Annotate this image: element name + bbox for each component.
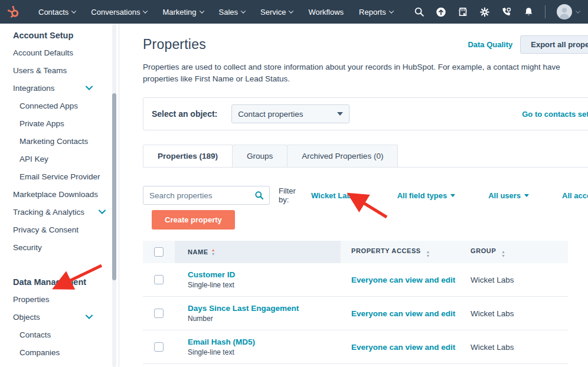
sort-icon: ▲▼	[211, 248, 215, 256]
column-header-group[interactable]: GROUP ▲▼	[463, 246, 568, 258]
property-access-link[interactable]: Everyone can view and edit	[351, 276, 455, 284]
object-selector-label: Select an object:	[152, 109, 217, 119]
row-checkbox[interactable]	[154, 275, 164, 284]
search-properties-input[interactable]	[143, 186, 270, 205]
property-access-link[interactable]: Everyone can view and edit	[351, 343, 455, 352]
column-header-property-access[interactable]: PROPERTY ACCESS ▲▼	[341, 246, 463, 258]
calling-icon[interactable]	[501, 6, 512, 17]
filter-group-dropdown[interactable]: Wicket Labs	[303, 191, 373, 200]
sidebar-item-marketplace-downloads[interactable]: Marketplace Downloads	[0, 185, 119, 203]
sidebar-item-privacy-consent[interactable]: Privacy & Consent	[0, 221, 119, 238]
upgrade-icon[interactable]	[436, 6, 446, 17]
property-name-link[interactable]: Email Hash (MD5)	[188, 337, 341, 346]
chevron-down-icon	[86, 86, 93, 90]
top-navigation: Contacts Conversations Marketing Sales S…	[0, 0, 588, 24]
search-icon	[254, 191, 264, 202]
caret-down-icon	[360, 194, 364, 197]
sidebar-heading-account-setup: Account Setup	[0, 26, 119, 44]
chevron-down-icon	[143, 8, 148, 13]
sidebar-item-objects[interactable]: Objects	[0, 308, 119, 326]
property-name-link[interactable]: Days Since Last Engagement	[188, 304, 341, 313]
create-property-button[interactable]: Create property	[152, 210, 235, 230]
table-row: Email Hash (MD5) Single-line text Everyo…	[143, 330, 568, 364]
nav-item-contacts[interactable]: Contacts	[31, 0, 83, 24]
sidebar-item-users-teams[interactable]: Users & Teams	[0, 61, 119, 79]
property-type: Single-line text	[188, 348, 341, 356]
sidebar-item-deals[interactable]: Deals	[0, 361, 119, 367]
tab-groups[interactable]: Groups	[232, 145, 288, 167]
sidebar-item-marketing-contacts[interactable]: Marketing Contacts	[0, 132, 119, 150]
property-group: Wicket Labs	[463, 343, 568, 352]
select-all-checkbox[interactable]	[154, 247, 164, 257]
properties-main: Properties Data Quality Export all prope…	[119, 24, 588, 367]
tab-properties[interactable]: Properties (189)	[143, 145, 233, 167]
marketplace-icon[interactable]	[458, 6, 468, 17]
nav-divider	[545, 5, 545, 18]
sidebar-item-tracking-analytics[interactable]: Tracking & Analytics	[0, 203, 119, 221]
caret-down-icon	[337, 112, 343, 116]
chevron-down-icon	[576, 8, 580, 13]
primary-nav: Contacts Conversations Marketing Sales S…	[31, 0, 401, 24]
nav-utilities	[414, 4, 580, 19]
row-checkbox[interactable]	[154, 342, 164, 352]
nav-item-conversations[interactable]: Conversations	[83, 0, 155, 24]
page-description: Properties are used to collect and store…	[143, 61, 572, 84]
chevron-down-icon	[241, 8, 246, 13]
page-title: Properties	[143, 37, 206, 53]
nav-item-reports[interactable]: Reports	[351, 0, 401, 24]
sidebar-item-properties[interactable]: Properties	[0, 290, 119, 308]
properties-table: NAME ▲▼ PROPERTY ACCESS ▲▼ GROUP ▲▼ Cust…	[143, 241, 568, 367]
property-type: Number	[188, 314, 341, 323]
table-row: Email Hash (SHA2) Single-line text Every…	[143, 364, 568, 367]
property-name-link[interactable]: Customer ID	[188, 270, 341, 279]
table-row: Days Since Last Engagement Number Everyo…	[143, 297, 568, 330]
settings-icon[interactable]	[479, 6, 490, 17]
sidebar-item-api-key[interactable]: API Key	[0, 150, 119, 168]
row-checkbox[interactable]	[154, 309, 164, 318]
object-selector-panel: Select an object: Contact properties Go …	[143, 97, 588, 130]
sidebar-item-private-apps[interactable]: Private Apps	[0, 114, 119, 132]
table-header-row: NAME ▲▼ PROPERTY ACCESS ▲▼ GROUP ▲▼	[143, 241, 568, 263]
sidebar-item-companies[interactable]: Companies	[0, 343, 119, 361]
sidebar-item-connected-apps[interactable]: Connected Apps	[0, 97, 119, 114]
chevron-down-icon	[289, 8, 293, 13]
account-menu[interactable]	[557, 4, 580, 19]
filter-users-dropdown[interactable]: All users	[480, 191, 537, 200]
settings-sidebar: Account Setup Account Defaults Users & T…	[0, 24, 119, 367]
object-select-dropdown[interactable]: Contact properties	[231, 104, 349, 123]
filter-by-label: Filter by:	[279, 186, 296, 204]
go-to-contacts-settings-link[interactable]: Go to contacts settings	[522, 110, 588, 119]
hubspot-logo[interactable]	[6, 4, 21, 19]
search-icon[interactable]	[414, 6, 424, 17]
nav-item-sales[interactable]: Sales	[211, 0, 253, 24]
chevron-down-icon	[388, 8, 393, 13]
notifications-icon[interactable]	[523, 6, 534, 17]
avatar	[557, 4, 572, 19]
nav-item-marketing[interactable]: Marketing	[155, 0, 211, 24]
properties-tabs: Properties (189) Groups Archived Propert…	[143, 145, 588, 168]
filter-access-dropdown[interactable]: All access	[554, 191, 588, 200]
export-all-properties-button[interactable]: Export all properties	[520, 35, 588, 54]
property-type: Single-line text	[188, 281, 341, 289]
sort-icon: ▲▼	[426, 250, 430, 258]
property-group: Wicket Labs	[463, 309, 568, 318]
data-quality-link[interactable]: Data Quality	[468, 40, 512, 49]
chevron-down-icon	[99, 209, 106, 214]
nav-item-workflows[interactable]: Workflows	[300, 0, 351, 24]
column-header-name[interactable]: NAME ▲▼	[175, 241, 341, 263]
sidebar-item-contacts[interactable]: Contacts	[0, 326, 119, 343]
table-row: Customer ID Single-line text Everyone ca…	[143, 263, 568, 297]
filter-field-types-dropdown[interactable]: All field types	[389, 191, 464, 200]
chevron-down-icon	[71, 8, 76, 13]
chevron-down-icon	[86, 314, 93, 319]
caret-down-icon	[524, 194, 529, 197]
sidebar-item-account-defaults[interactable]: Account Defaults	[0, 44, 119, 61]
nav-item-service[interactable]: Service	[253, 0, 300, 24]
property-access-link[interactable]: Everyone can view and edit	[351, 309, 455, 318]
tab-archived-properties[interactable]: Archived Properties (0)	[287, 145, 398, 167]
sidebar-item-integrations[interactable]: Integrations	[0, 79, 119, 97]
sidebar-item-email-service-provider[interactable]: Email Service Provider	[0, 168, 119, 185]
sort-icon: ▲▼	[501, 250, 505, 258]
sidebar-scrollbar-thumb[interactable]	[112, 93, 116, 280]
sidebar-item-security[interactable]: Security	[0, 238, 119, 256]
